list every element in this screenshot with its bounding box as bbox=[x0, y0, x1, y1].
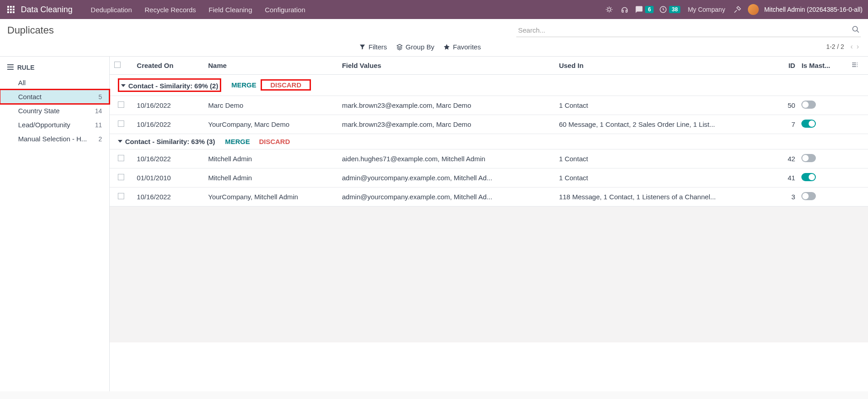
cell-used-in: 1 Contact bbox=[554, 96, 768, 115]
svg-rect-2 bbox=[13, 6, 15, 8]
sidebar-item[interactable]: Lead/Opportunity11 bbox=[0, 118, 109, 132]
sidebar-item[interactable]: Contact5 bbox=[0, 90, 109, 104]
support-icon[interactable] bbox=[620, 5, 630, 14]
cell-created: 10/16/2022 bbox=[132, 115, 204, 134]
th-is-master[interactable]: Is Mast... bbox=[797, 57, 846, 75]
group-header-row[interactable]: Contact - Similarity: 63% (3)MERGEDISCAR… bbox=[110, 134, 868, 149]
table-row[interactable]: 10/16/2022Marc Demomark.brown23@example.… bbox=[110, 96, 868, 115]
is-master-toggle[interactable] bbox=[801, 192, 816, 200]
svg-rect-5 bbox=[13, 9, 15, 10]
cell-name: YourCompany, Marc Demo bbox=[204, 115, 337, 134]
th-field-values[interactable]: Field Values bbox=[337, 57, 554, 75]
tools-icon[interactable] bbox=[732, 5, 742, 14]
is-master-toggle[interactable] bbox=[801, 101, 816, 109]
table-row[interactable]: 10/16/2022YourCompany, Marc Demomark.bro… bbox=[110, 115, 868, 134]
search-input[interactable] bbox=[516, 24, 861, 37]
is-master-toggle[interactable] bbox=[801, 120, 816, 128]
sidebar-item-label: All bbox=[18, 79, 26, 87]
merge-button[interactable]: MERGE bbox=[227, 81, 261, 89]
svg-point-9 bbox=[608, 8, 611, 11]
messages-button[interactable]: 6 bbox=[635, 5, 654, 14]
th-id[interactable]: ID bbox=[768, 57, 797, 75]
table-row[interactable]: 10/16/2022Mitchell Adminaiden.hughes71@e… bbox=[110, 149, 868, 168]
cell-used-in: 60 Message, 1 Contact, 2 Sales Order Lin… bbox=[554, 115, 768, 134]
svg-rect-0 bbox=[7, 6, 9, 8]
cell-field-values: aiden.hughes71@example.com, Mitchell Adm… bbox=[337, 149, 554, 168]
pager-prev[interactable]: ‹ bbox=[849, 43, 854, 51]
group-title: Contact - Similarity: 63% (3) bbox=[125, 138, 215, 145]
cell-field-values: admin@yourcompany.example.com, Mitchell … bbox=[337, 168, 554, 187]
navbar-right: 6 38 My Company Mitchell Admin (20264385… bbox=[604, 4, 863, 15]
search-wrap bbox=[516, 24, 861, 37]
bug-icon[interactable] bbox=[604, 5, 614, 14]
sidebar-item-count: 5 bbox=[98, 93, 102, 101]
content: Created On Name Field Values Used In ID … bbox=[110, 57, 868, 391]
user-menu[interactable]: Mitchell Admin (20264385-16-0-all) bbox=[764, 6, 863, 13]
activities-button[interactable]: 38 bbox=[659, 5, 680, 14]
sidebar: RULE AllContact5Country State14Lead/Oppo… bbox=[0, 57, 110, 391]
chevron-down-icon bbox=[121, 84, 126, 87]
pager-next[interactable]: › bbox=[855, 43, 861, 51]
row-checkbox[interactable] bbox=[118, 101, 124, 108]
company-switcher[interactable]: My Company bbox=[686, 6, 727, 13]
nav-link-field-cleaning[interactable]: Field Cleaning bbox=[202, 6, 258, 14]
cell-name: YourCompany, Mitchell Admin bbox=[204, 187, 337, 206]
nav-link-recycle[interactable]: Recycle Records bbox=[138, 6, 202, 14]
row-checkbox[interactable] bbox=[118, 120, 124, 127]
nav-link-configuration[interactable]: Configuration bbox=[258, 6, 311, 14]
sidebar-header-label: RULE bbox=[17, 64, 34, 71]
discard-button[interactable]: DISCARD bbox=[254, 138, 294, 145]
cell-id: 7 bbox=[768, 115, 797, 134]
cell-used-in: 118 Message, 1 Contact, 1 Listeners of a… bbox=[554, 187, 768, 206]
cell-field-values: mark.brown23@example.com, Marc Demo bbox=[337, 115, 554, 134]
messages-badge: 6 bbox=[645, 6, 654, 13]
main: RULE AllContact5Country State14Lead/Oppo… bbox=[0, 57, 868, 391]
select-all-checkbox[interactable] bbox=[114, 62, 121, 68]
discard-button[interactable]: DISCARD bbox=[266, 81, 305, 89]
merge-button[interactable]: MERGE bbox=[220, 138, 254, 145]
svg-rect-6 bbox=[7, 11, 9, 13]
is-master-toggle[interactable] bbox=[801, 173, 816, 181]
filters-button[interactable]: Filters bbox=[359, 43, 387, 51]
groupby-button[interactable]: Group By bbox=[396, 43, 434, 51]
navbar-left: Data Cleaning Deduplication Recycle Reco… bbox=[5, 4, 311, 15]
search-icon[interactable] bbox=[852, 25, 860, 35]
cell-created: 10/16/2022 bbox=[132, 187, 204, 206]
optional-fields-icon[interactable] bbox=[851, 62, 858, 70]
nav-link-dedup[interactable]: Deduplication bbox=[84, 6, 138, 14]
groupby-label: Group By bbox=[406, 43, 434, 51]
svg-rect-7 bbox=[10, 11, 12, 13]
svg-point-11 bbox=[853, 26, 858, 31]
cell-field-values: admin@yourcompany.example.com, Mitchell … bbox=[337, 187, 554, 206]
table-row[interactable]: 01/01/2010Mitchell Adminadmin@yourcompan… bbox=[110, 168, 868, 187]
hamburger-icon[interactable] bbox=[7, 64, 14, 71]
sidebar-item[interactable]: Manual Selection - H...2 bbox=[0, 132, 109, 146]
apps-icon[interactable] bbox=[5, 4, 16, 15]
activities-badge: 38 bbox=[669, 6, 680, 13]
sidebar-item-count: 14 bbox=[95, 107, 102, 115]
cell-id: 3 bbox=[768, 187, 797, 206]
is-master-toggle[interactable] bbox=[801, 154, 816, 162]
pager-range[interactable]: 1-2 / 2 bbox=[826, 43, 844, 50]
sidebar-header: RULE bbox=[0, 62, 109, 76]
sidebar-item[interactable]: All bbox=[0, 76, 109, 90]
row-checkbox[interactable] bbox=[118, 155, 124, 161]
favorites-button[interactable]: Favorites bbox=[443, 43, 481, 51]
group-header-row[interactable]: Contact - Similarity: 69% (2)MERGEDISCAR… bbox=[110, 75, 868, 96]
brand-title[interactable]: Data Cleaning bbox=[21, 5, 73, 14]
cell-id: 42 bbox=[768, 149, 797, 168]
sidebar-item-label: Manual Selection - H... bbox=[18, 135, 87, 143]
group-title: Contact - Similarity: 69% (2) bbox=[128, 82, 218, 90]
table-row[interactable]: 10/16/2022YourCompany, Mitchell Adminadm… bbox=[110, 187, 868, 206]
records-table: Created On Name Field Values Used In ID … bbox=[110, 57, 868, 207]
row-checkbox[interactable] bbox=[118, 174, 124, 180]
th-created[interactable]: Created On bbox=[132, 57, 204, 75]
cell-name: Marc Demo bbox=[204, 96, 337, 115]
sidebar-item-count: 2 bbox=[98, 135, 102, 143]
cell-created: 01/01/2010 bbox=[132, 168, 204, 187]
row-checkbox[interactable] bbox=[118, 193, 124, 199]
th-used-in[interactable]: Used In bbox=[554, 57, 768, 75]
avatar[interactable] bbox=[748, 4, 759, 15]
sidebar-item[interactable]: Country State14 bbox=[0, 104, 109, 118]
th-name[interactable]: Name bbox=[204, 57, 337, 75]
